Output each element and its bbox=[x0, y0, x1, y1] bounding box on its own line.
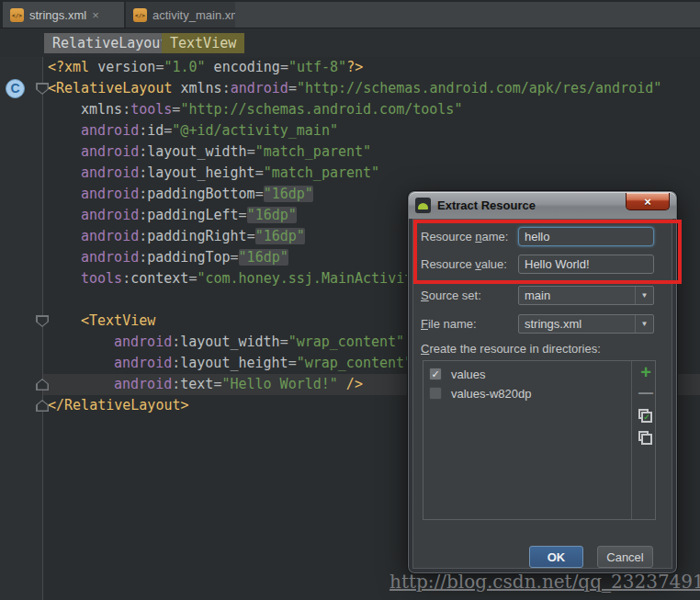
directory-name: values bbox=[451, 368, 486, 381]
label-text: Resource bbox=[421, 257, 475, 271]
tab-bar-empty-space bbox=[235, 2, 700, 28]
resource-name-label: Resource name: bbox=[421, 230, 508, 243]
tab-label: activity_main.xml bbox=[152, 8, 243, 22]
label-text: ame: bbox=[481, 230, 508, 243]
gutter-badge-icon[interactable]: C bbox=[6, 79, 25, 98]
create-directories-label: Create the resource in directories: bbox=[421, 342, 601, 356]
android-head-icon bbox=[418, 203, 428, 209]
fold-arrow-icon[interactable] bbox=[36, 400, 49, 412]
source-set-combo[interactable]: main ▼ bbox=[518, 286, 654, 305]
chevron-down-icon[interactable]: ▼ bbox=[635, 315, 653, 333]
dialog-body: Resource name: hello Resource value: Hel… bbox=[412, 219, 672, 569]
remove-icon[interactable]: — bbox=[634, 387, 658, 403]
breadcrumb-bar: RelativeLayout TextView bbox=[0, 28, 700, 57]
xml-file-icon: </> bbox=[10, 8, 24, 22]
directories-list: ✓ values values-w820dp + — ✓ bbox=[423, 360, 656, 520]
xml-file-icon-glyph: </> bbox=[135, 12, 145, 18]
toolbar-separator bbox=[631, 361, 632, 519]
resource-name-input[interactable]: hello bbox=[518, 227, 654, 246]
label-text: ile name: bbox=[428, 317, 477, 331]
dialog-title-bar[interactable]: Extract Resource × bbox=[409, 192, 676, 219]
code-line[interactable]: xmlns:tools="http://schemas.android.com/… bbox=[43, 99, 700, 120]
directory-name: values-w820dp bbox=[451, 387, 531, 401]
mnemonic: S bbox=[421, 289, 429, 302]
combo-value: strings.xml bbox=[519, 317, 635, 331]
file-name-combo[interactable]: strings.xml ▼ bbox=[518, 314, 654, 334]
code-line[interactable]: android:layout_width="match_parent" bbox=[43, 142, 700, 163]
tab-strings-xml[interactable]: </> strings.xml × bbox=[3, 2, 124, 28]
mnemonic: C bbox=[421, 342, 429, 356]
uncheck-all-front-square bbox=[641, 434, 652, 445]
tab-label: strings.xml bbox=[29, 8, 86, 22]
label-text: alue: bbox=[481, 257, 507, 271]
mnemonic: F bbox=[421, 317, 428, 331]
chevron-down-icon[interactable]: ▼ bbox=[635, 287, 653, 304]
cancel-button[interactable]: Cancel bbox=[597, 546, 653, 568]
file-name-label: File name: bbox=[421, 317, 477, 331]
xml-file-icon: </> bbox=[133, 8, 147, 22]
code-line[interactable]: <?xml version="1.0" encoding="utf-8"?> bbox=[43, 57, 700, 78]
resource-value-input[interactable]: Hello World! bbox=[518, 255, 654, 274]
breadcrumb-textview[interactable]: TextView bbox=[162, 33, 244, 53]
label-text: ource set: bbox=[429, 289, 481, 302]
fold-arrow-icon[interactable] bbox=[36, 83, 49, 95]
code-line[interactable]: android:id="@+id/activity_main" bbox=[43, 120, 700, 142]
dialog-title: Extract Resource bbox=[437, 198, 536, 212]
list-item-values[interactable]: ✓ values bbox=[423, 365, 631, 384]
fold-arrow-icon[interactable] bbox=[36, 379, 49, 391]
editor-tab-bar: </> strings.xml × </> activity_main.xml … bbox=[0, 0, 700, 28]
extract-resource-dialog: Extract Resource × Resource name: hello … bbox=[407, 190, 678, 574]
ok-button[interactable]: OK bbox=[529, 546, 583, 568]
close-button[interactable]: × bbox=[626, 193, 670, 210]
check-all-icon[interactable]: ✓ bbox=[638, 409, 653, 424]
checkbox-checked-icon[interactable]: ✓ bbox=[429, 368, 442, 380]
add-icon[interactable]: + bbox=[634, 361, 658, 383]
source-set-label: Source set: bbox=[421, 289, 481, 302]
label-text: Resource bbox=[421, 230, 475, 243]
android-studio-window: </> strings.xml × </> activity_main.xml … bbox=[0, 0, 700, 600]
close-icon[interactable]: × bbox=[92, 9, 99, 21]
list-item-values-w820dp[interactable]: values-w820dp bbox=[423, 384, 631, 403]
checkbox-unchecked-icon[interactable] bbox=[429, 387, 442, 400]
code-line[interactable]: android:layout_height="match_parent" bbox=[43, 163, 700, 184]
breadcrumb-relativelayout[interactable]: RelativeLayout bbox=[44, 33, 176, 53]
tab-activity-main-xml[interactable]: </> activity_main.xml × bbox=[126, 2, 235, 28]
resource-value-label: Resource value: bbox=[421, 257, 507, 271]
combo-value: main bbox=[519, 289, 635, 302]
fold-arrow-icon[interactable] bbox=[36, 315, 49, 327]
uncheck-all-icon[interactable] bbox=[638, 431, 653, 446]
close-icon: × bbox=[644, 196, 651, 208]
xml-file-icon-glyph: </> bbox=[12, 12, 22, 18]
android-studio-icon bbox=[415, 198, 431, 213]
check-all-front-square: ✓ bbox=[641, 412, 652, 423]
code-line[interactable]: <RelativeLayout xmlns:android="http://sc… bbox=[43, 78, 700, 99]
label-text: reate the resource in directories: bbox=[429, 342, 600, 356]
